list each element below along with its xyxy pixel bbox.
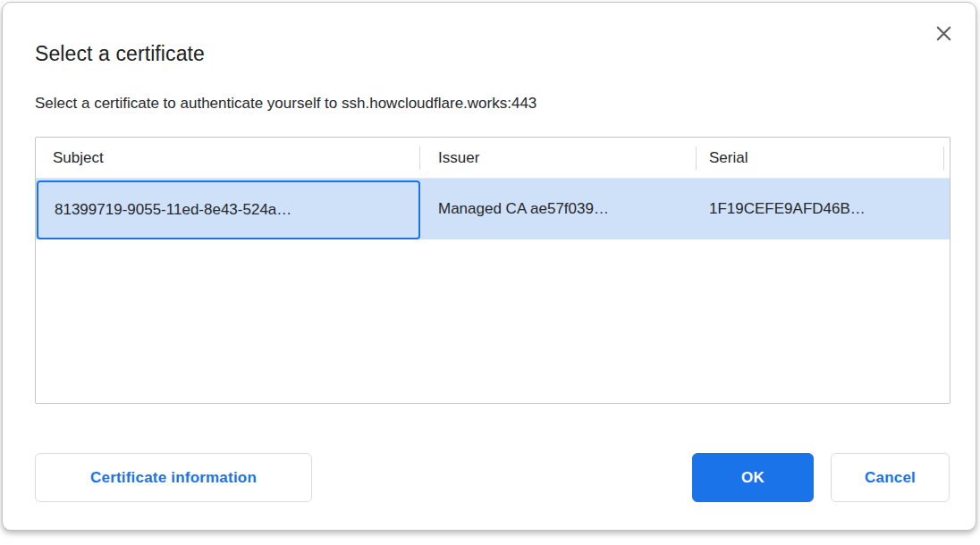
column-divider (419, 147, 420, 170)
cell-serial[interactable]: 1F19CEFE9AFD46B… (696, 200, 950, 218)
cancel-button[interactable]: Cancel (831, 453, 950, 502)
dialog-title: Select a certificate (35, 42, 205, 66)
column-header-serial[interactable]: Serial (709, 138, 748, 178)
cell-issuer[interactable]: Managed CA ae57f039… (420, 200, 696, 218)
certificate-table: Subject Issuer Serial 81399719-9055-11ed… (35, 137, 950, 404)
close-icon (934, 23, 954, 44)
certificate-information-button[interactable]: Certificate information (35, 453, 312, 502)
column-header-issuer[interactable]: Issuer (438, 138, 479, 178)
close-button[interactable] (931, 21, 956, 46)
ok-button[interactable]: OK (692, 453, 814, 502)
column-header-subject[interactable]: Subject (53, 138, 104, 178)
table-header: Subject Issuer Serial (36, 138, 950, 179)
certificate-row-selected[interactable]: 81399719-9055-11ed-8e43-524a… Managed CA… (36, 179, 950, 239)
cell-subject[interactable]: 81399719-9055-11ed-8e43-524a… (37, 180, 420, 239)
certificate-select-dialog: Select a certificate Select a certificat… (2, 2, 976, 531)
column-divider (943, 147, 944, 170)
dialog-subtitle: Select a certificate to authenticate you… (35, 95, 536, 113)
column-divider (696, 147, 697, 170)
